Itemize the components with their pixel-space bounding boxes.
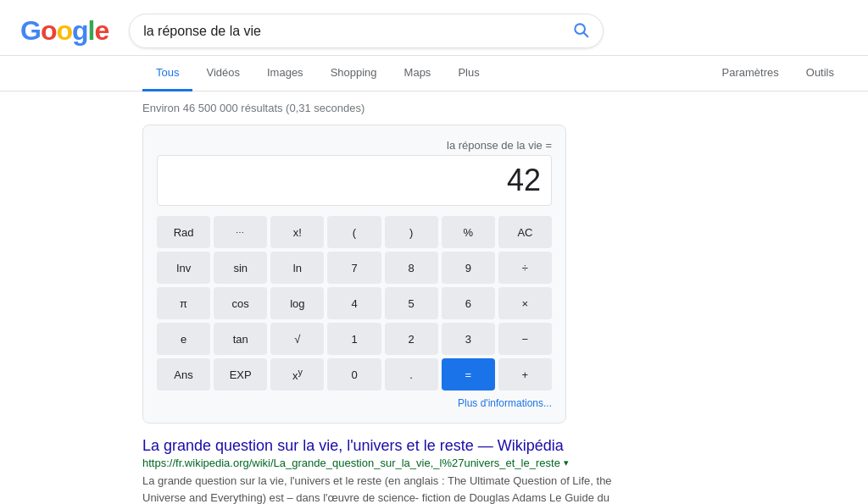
calc-btn-tan[interactable]: tan <box>214 323 267 355</box>
result-url: https://fr.wikipedia.org/wiki/La_grande_… <box>142 457 560 469</box>
calc-btn-5[interactable]: 5 <box>385 287 438 319</box>
calc-btn-minus[interactable]: − <box>498 323 552 355</box>
calculator: la réponse de la vie = 42 Rad ⋯ x! ( ) %… <box>142 125 566 424</box>
calc-btn-ac[interactable]: AC <box>498 216 552 248</box>
calc-btn-dot[interactable]: . <box>385 358 438 390</box>
search-input[interactable] <box>143 24 565 39</box>
search-result: La grande question sur la vie, l'univers… <box>142 437 651 504</box>
calc-btn-rad[interactable]: Rad <box>157 216 210 248</box>
calc-btn-6[interactable]: 6 <box>442 287 495 319</box>
calc-btn-9[interactable]: 9 <box>442 252 495 284</box>
tab-images[interactable]: Images <box>253 56 317 91</box>
calc-btn-percent[interactable]: % <box>442 216 495 248</box>
calc-buttons: Rad ⋯ x! ( ) % AC Inv sin ln 7 8 9 ÷ π c… <box>157 216 552 390</box>
calc-btn-grid[interactable]: ⋯ <box>214 216 267 248</box>
calc-btn-divide[interactable]: ÷ <box>498 252 552 284</box>
tab-shopping[interactable]: Shopping <box>317 56 391 91</box>
calc-btn-factorial[interactable]: x! <box>270 216 324 248</box>
calc-btn-equals[interactable]: = <box>442 358 495 390</box>
calc-btn-4[interactable]: 4 <box>327 287 381 319</box>
calc-btn-inv[interactable]: Inv <box>157 252 210 284</box>
calc-btn-open-paren[interactable]: ( <box>327 216 381 248</box>
result-snippet: La grande question sur la vie, l'univers… <box>142 473 651 504</box>
main-content: Environ 46 500 000 résultats (0,31 secon… <box>0 91 868 504</box>
result-url-row: https://fr.wikipedia.org/wiki/La_grande_… <box>142 457 651 469</box>
calc-btn-ln[interactable]: ln <box>270 252 324 284</box>
calc-btn-pi[interactable]: π <box>157 287 210 319</box>
calc-btn-exp[interactable]: EXP <box>214 358 267 390</box>
calc-btn-power[interactable]: xy <box>270 358 324 390</box>
calc-btn-close-paren[interactable]: ) <box>385 216 438 248</box>
search-button[interactable] <box>572 21 589 41</box>
search-icon <box>572 21 589 38</box>
calc-more-info[interactable]: Plus d'informations... <box>157 397 552 409</box>
tab-videos[interactable]: Vidéos <box>192 56 253 91</box>
calc-btn-e[interactable]: e <box>157 323 210 355</box>
calc-btn-sin[interactable]: sin <box>214 252 267 284</box>
calc-btn-log[interactable]: log <box>270 287 324 319</box>
calc-btn-plus[interactable]: + <box>498 358 552 390</box>
nav-tabs: Tous Vidéos Images Shopping Maps Plus Pa… <box>0 56 868 91</box>
tab-parametres[interactable]: Paramètres <box>709 56 793 91</box>
calc-equation: la réponse de la vie = <box>157 139 552 152</box>
tab-outils[interactable]: Outils <box>793 56 848 91</box>
calc-btn-8[interactable]: 8 <box>385 252 438 284</box>
calc-btn-7[interactable]: 7 <box>327 252 381 284</box>
result-url-arrow: ▾ <box>564 457 569 468</box>
result-title[interactable]: La grande question sur la vie, l'univers… <box>142 437 651 455</box>
tab-tous[interactable]: Tous <box>142 56 192 91</box>
calc-btn-3[interactable]: 3 <box>442 323 495 355</box>
calc-btn-multiply[interactable]: × <box>498 287 552 319</box>
svg-line-1 <box>584 33 588 37</box>
calc-display: 42 <box>157 155 552 206</box>
tab-maps[interactable]: Maps <box>391 56 445 91</box>
google-logo: Google <box>20 15 108 47</box>
header: Google <box>0 0 868 56</box>
calc-btn-sqrt[interactable]: √ <box>270 323 324 355</box>
calc-btn-ans[interactable]: Ans <box>157 358 210 390</box>
calc-btn-0[interactable]: 0 <box>327 358 381 390</box>
calc-btn-1[interactable]: 1 <box>327 323 381 355</box>
calc-btn-2[interactable]: 2 <box>385 323 438 355</box>
tab-plus[interactable]: Plus <box>444 56 492 91</box>
search-bar <box>129 14 604 48</box>
calc-btn-cos[interactable]: cos <box>214 287 267 319</box>
results-count: Environ 46 500 000 résultats (0,31 secon… <box>142 102 848 114</box>
